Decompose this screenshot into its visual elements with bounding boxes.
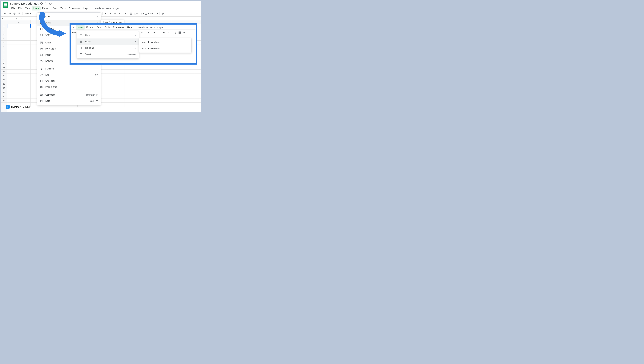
row-header[interactable]: 19	[1, 98, 7, 102]
link-icon[interactable]	[160, 11, 165, 16]
merge-icon[interactable]	[133, 11, 138, 16]
chart-icon	[40, 41, 43, 44]
menu-insert[interactable]: Insert	[32, 6, 40, 10]
print-icon[interactable]	[12, 11, 17, 16]
menu-format[interactable]: Format	[85, 26, 95, 30]
row-header[interactable]: 18	[1, 94, 7, 98]
cells-icon	[40, 15, 43, 18]
cloud-icon[interactable]	[49, 2, 52, 5]
select-all-corner[interactable]	[1, 20, 7, 24]
doc-title[interactable]: Sample Spreadsheet	[10, 2, 38, 6]
rotate-icon[interactable]	[154, 11, 158, 16]
row-header[interactable]: 8	[1, 53, 7, 57]
bold-icon[interactable]: B	[103, 11, 108, 16]
name-box[interactable]: A1	[1, 18, 19, 20]
col-header[interactable]: A	[7, 20, 31, 24]
menu-help[interactable]: Help	[82, 6, 89, 10]
fill-color-icon[interactable]	[124, 11, 128, 16]
menu-extensions[interactable]: Extensions	[67, 6, 82, 10]
row-header[interactable]: 2	[1, 28, 7, 32]
wrap-icon[interactable]	[149, 11, 154, 16]
halign-icon[interactable]	[140, 11, 144, 16]
redo-icon[interactable]	[8, 11, 12, 16]
italic-icon[interactable]: I	[157, 30, 162, 35]
zoom-fragment[interactable]: 00%	[72, 31, 78, 34]
valign-icon[interactable]	[144, 11, 149, 16]
edit-status[interactable]: Last edit was seconds ago	[92, 7, 119, 10]
fx-label: fx	[19, 16, 24, 20]
insert-note[interactable]: NoteShift+F2	[38, 98, 100, 104]
insert-row-below[interactable]: Insert 1 row below	[139, 46, 191, 52]
strikethrough-icon[interactable]: S	[113, 11, 118, 16]
insert-columns[interactable]: Columns▶	[77, 45, 139, 51]
chevron-right-icon: ▶	[135, 47, 136, 49]
row-header[interactable]: 3	[1, 32, 7, 36]
insert-link[interactable]: Link⌘K	[38, 72, 100, 78]
watermark: T TEMPLATE.NET	[6, 105, 30, 109]
insert-sheet[interactable]: SheetShift+F11	[77, 51, 139, 58]
text-color-icon[interactable]: A	[118, 11, 122, 16]
row-header[interactable]: 10	[1, 61, 7, 66]
row-header[interactable]: 6	[1, 45, 7, 49]
insert-row-above[interactable]: Insert 1 row above	[139, 39, 191, 46]
row-header[interactable]: 9	[1, 57, 7, 61]
col-header[interactable]	[171, 20, 195, 24]
row-header[interactable]: 15	[1, 82, 7, 86]
row-header[interactable]: 17	[1, 90, 7, 94]
merge-icon[interactable]	[182, 30, 187, 35]
col-header[interactable]	[148, 20, 171, 24]
zoom-select[interactable]: 100%	[23, 12, 32, 15]
paint-format-icon[interactable]	[17, 11, 22, 16]
menu-insert[interactable]: Insert	[76, 26, 85, 30]
menu-edit[interactable]: Edit	[16, 6, 24, 10]
menu-help[interactable]: Help	[126, 26, 134, 30]
text-color-icon[interactable]: A	[166, 30, 171, 35]
insert-checkbox[interactable]: Checkbox	[38, 78, 100, 84]
undo-icon[interactable]	[3, 11, 8, 16]
borders-icon[interactable]	[177, 30, 182, 35]
menu-tools[interactable]: Tools	[103, 26, 111, 30]
menu-data[interactable]: Data	[51, 6, 59, 10]
insert-cells[interactable]: Cells▶	[77, 32, 139, 38]
menu-bar: File Edit View Insert Format Data Tools …	[10, 6, 200, 11]
menu-format[interactable]: Format	[40, 6, 51, 10]
borders-icon[interactable]	[128, 11, 133, 16]
menu-view[interactable]: View	[24, 6, 32, 10]
chevron-down-icon	[148, 14, 149, 14]
sheets-logo[interactable]	[2, 2, 8, 8]
fill-color-icon[interactable]	[172, 30, 177, 35]
bold-icon[interactable]: B	[152, 30, 157, 35]
edit-status[interactable]: Last edit was seconds ago	[137, 26, 163, 29]
col-header[interactable]	[124, 20, 148, 24]
menu-extensions[interactable]: Extensions	[111, 26, 126, 30]
row-header[interactable]: 1	[1, 24, 7, 28]
row-header[interactable]: 4	[1, 36, 7, 40]
row-header[interactable]: 14	[1, 78, 7, 82]
insert-dropdown: Cells▶ Rows▶ Columns▶ SheetShift+F11	[77, 31, 139, 58]
active-cell[interactable]	[7, 24, 31, 28]
sheet-icon	[80, 53, 83, 56]
row-header[interactable]: 13	[1, 74, 7, 78]
menu-tools[interactable]: Tools	[59, 6, 67, 10]
insert-comment[interactable]: Comment⌘+Option+M	[38, 92, 100, 98]
move-icon[interactable]	[44, 2, 47, 5]
row-header[interactable]: 12	[1, 70, 7, 74]
strikethrough-icon[interactable]: S	[162, 30, 166, 35]
menu-view-fragment[interactable]: w	[72, 26, 76, 30]
row-header[interactable]: 11	[1, 66, 7, 70]
insert-function[interactable]: Σ Function▶	[38, 66, 100, 72]
fill-handle[interactable]	[30, 28, 31, 28]
insert-cells[interactable]: Cells▶	[38, 14, 100, 20]
menu-data[interactable]: Data	[95, 26, 103, 30]
italic-icon[interactable]: I	[108, 11, 113, 16]
insert-rows[interactable]: Rows▶	[77, 38, 139, 45]
row-header[interactable]: 7	[1, 49, 7, 53]
svg-rect-11	[134, 13, 135, 14]
svg-rect-32	[40, 48, 42, 49]
insert-people[interactable]: People chip	[38, 84, 100, 90]
row-header[interactable]: 16	[1, 86, 7, 90]
menu-file[interactable]: File	[10, 6, 16, 10]
star-icon[interactable]	[40, 2, 43, 5]
font-size-select[interactable]: 10	[140, 31, 150, 34]
row-header[interactable]: 5	[1, 40, 7, 45]
